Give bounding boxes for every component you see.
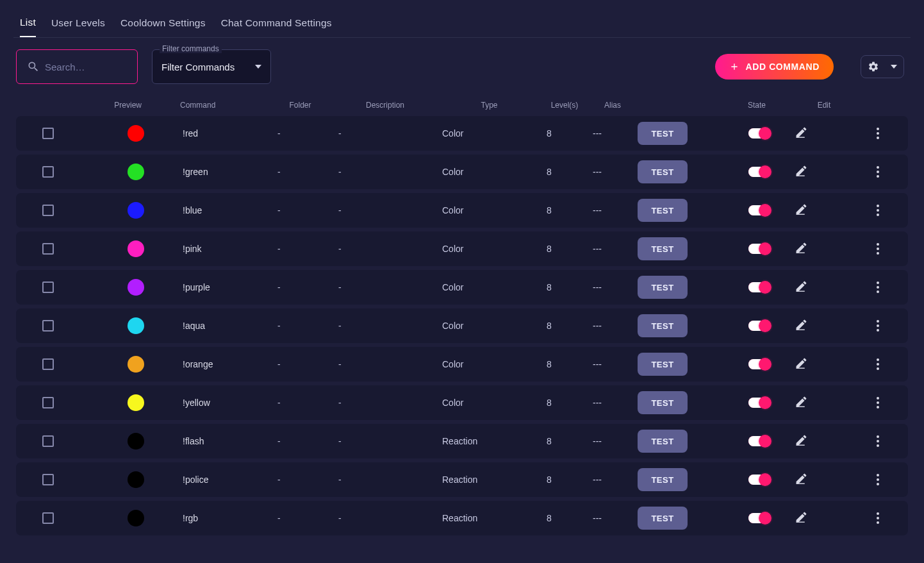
command-name: !aqua xyxy=(151,321,272,331)
row-checkbox[interactable] xyxy=(42,435,54,447)
state-toggle[interactable] xyxy=(748,513,770,523)
edit-button[interactable] xyxy=(795,318,859,333)
edit-button[interactable] xyxy=(795,280,859,295)
levels-cell: 8 xyxy=(541,244,593,254)
state-toggle[interactable] xyxy=(748,475,770,485)
tab-chat-command-settings[interactable]: Chat Command Settings xyxy=(221,12,332,37)
tab-bar: List User Levels Cooldown Settings Chat … xyxy=(13,5,911,38)
edit-button[interactable] xyxy=(795,126,859,141)
edit-button[interactable] xyxy=(795,203,859,218)
test-button[interactable]: TEST xyxy=(638,199,688,222)
folder-cell: - xyxy=(272,244,333,254)
alias-cell: --- xyxy=(593,205,638,215)
test-button[interactable]: TEST xyxy=(638,276,688,299)
state-toggle[interactable] xyxy=(748,321,770,331)
alias-cell: --- xyxy=(593,475,638,485)
command-name: !rgb xyxy=(151,513,272,523)
row-checkbox[interactable] xyxy=(42,282,54,293)
test-button[interactable]: TEST xyxy=(638,468,688,491)
settings-menu-button[interactable] xyxy=(861,55,904,78)
folder-cell: - xyxy=(272,513,333,523)
test-button[interactable]: TEST xyxy=(638,507,688,530)
type-cell: Color xyxy=(442,167,541,177)
description-cell: - xyxy=(333,167,442,177)
table-row: !red--Color8---TEST xyxy=(16,116,908,151)
description-cell: - xyxy=(333,475,442,485)
command-name: !police xyxy=(151,475,272,485)
header-command: Command xyxy=(148,101,270,110)
more-menu-button[interactable] xyxy=(870,435,886,447)
description-cell: - xyxy=(333,398,442,408)
folder-cell: - xyxy=(272,359,333,369)
state-toggle[interactable] xyxy=(748,128,770,139)
row-checkbox[interactable] xyxy=(42,128,54,139)
edit-button[interactable] xyxy=(795,395,859,410)
description-cell: - xyxy=(333,205,442,215)
state-toggle[interactable] xyxy=(748,436,770,446)
table-row: !pink--Color8---TEST xyxy=(16,231,908,266)
svg-rect-3 xyxy=(796,253,805,253)
more-menu-button[interactable] xyxy=(870,166,886,178)
command-name: !pink xyxy=(151,244,272,254)
row-checkbox[interactable] xyxy=(42,243,54,255)
alias-cell: --- xyxy=(593,436,638,446)
edit-button[interactable] xyxy=(795,241,859,256)
row-checkbox[interactable] xyxy=(42,397,54,408)
more-menu-button[interactable] xyxy=(870,205,886,216)
plus-icon xyxy=(729,62,739,72)
row-checkbox[interactable] xyxy=(42,205,54,216)
levels-cell: 8 xyxy=(541,321,593,331)
row-checkbox[interactable] xyxy=(42,358,54,370)
type-cell: Color xyxy=(442,205,541,215)
add-command-button[interactable]: ADD COMMAND xyxy=(715,54,834,80)
description-cell: - xyxy=(333,321,442,331)
search-field-wrap[interactable] xyxy=(16,49,138,84)
svg-rect-8 xyxy=(796,445,805,446)
type-cell: Reaction xyxy=(442,513,541,523)
tab-cooldown-settings[interactable]: Cooldown Settings xyxy=(120,12,206,37)
row-checkbox[interactable] xyxy=(42,166,54,178)
folder-cell: - xyxy=(272,128,333,139)
more-menu-button[interactable] xyxy=(870,512,886,524)
levels-cell: 8 xyxy=(541,436,593,446)
state-toggle[interactable] xyxy=(748,398,770,408)
type-cell: Color xyxy=(442,398,541,408)
edit-button[interactable] xyxy=(795,164,859,180)
test-button[interactable]: TEST xyxy=(638,391,688,414)
more-menu-button[interactable] xyxy=(870,243,886,255)
type-cell: Reaction xyxy=(442,436,541,446)
test-button[interactable]: TEST xyxy=(638,237,688,260)
test-button[interactable]: TEST xyxy=(638,122,688,145)
commands-panel: List User Levels Cooldown Settings Chat … xyxy=(13,0,911,535)
more-menu-button[interactable] xyxy=(870,358,886,370)
tab-list[interactable]: List xyxy=(20,12,36,37)
more-menu-button[interactable] xyxy=(870,397,886,408)
edit-button[interactable] xyxy=(795,357,859,372)
row-checkbox[interactable] xyxy=(42,320,54,332)
test-button[interactable]: TEST xyxy=(638,314,688,337)
edit-button[interactable] xyxy=(795,510,859,526)
test-button[interactable]: TEST xyxy=(638,430,688,453)
state-toggle[interactable] xyxy=(748,205,770,215)
search-input[interactable] xyxy=(45,62,128,72)
command-name: !purple xyxy=(151,282,272,292)
command-name: !flash xyxy=(151,436,272,446)
test-button[interactable]: TEST xyxy=(638,160,688,183)
tab-user-levels[interactable]: User Levels xyxy=(51,12,105,37)
filter-commands-select[interactable]: Filter Commands xyxy=(152,49,271,84)
state-toggle[interactable] xyxy=(748,282,770,292)
state-toggle[interactable] xyxy=(748,359,770,369)
header-alias: Alias xyxy=(590,101,635,110)
edit-button[interactable] xyxy=(795,472,859,487)
row-checkbox[interactable] xyxy=(42,512,54,524)
command-name: !orange xyxy=(151,359,272,369)
state-toggle[interactable] xyxy=(748,167,770,177)
more-menu-button[interactable] xyxy=(870,128,886,139)
edit-button[interactable] xyxy=(795,433,859,449)
test-button[interactable]: TEST xyxy=(638,353,688,376)
row-checkbox[interactable] xyxy=(42,474,54,485)
more-menu-button[interactable] xyxy=(870,282,886,293)
more-menu-button[interactable] xyxy=(870,474,886,485)
more-menu-button[interactable] xyxy=(870,320,886,332)
state-toggle[interactable] xyxy=(748,244,770,254)
